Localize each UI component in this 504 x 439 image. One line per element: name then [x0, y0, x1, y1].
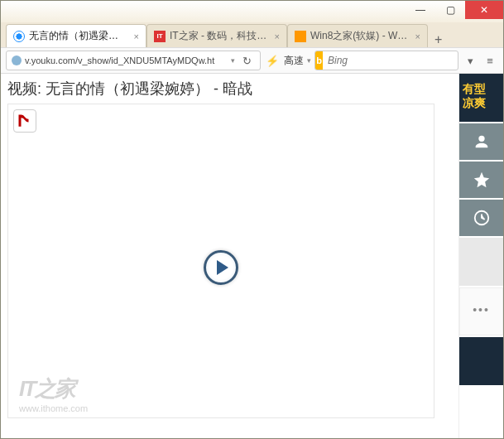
thumb-3[interactable]	[459, 337, 503, 385]
page-content: 视频: 无言的情（初遇梁婉婷） - 暗战 IT之家 www.ithome.com…	[1, 74, 503, 438]
maximize-button[interactable]: ▢	[435, 1, 465, 19]
speed-label: 高速	[284, 54, 304, 68]
close-window-button[interactable]: ✕	[465, 1, 503, 19]
close-tab-icon[interactable]: ×	[415, 31, 420, 41]
star-icon[interactable]	[459, 162, 503, 198]
tab-strip: 无言的情（初遇梁婉婷… × IT IT之家 - 数码，科技，… × Win8之家…	[1, 22, 503, 47]
refresh-icon[interactable]: ↻	[238, 55, 255, 67]
video-title: 视频: 无言的情（初遇梁婉婷） - 暗战	[7, 79, 452, 99]
tab-label: Win8之家(软媒) - Win…	[310, 29, 408, 43]
browser-window: — ▢ ✕ 无言的情（初遇梁婉婷… × IT IT之家 - 数码，科技，… × …	[0, 0, 504, 439]
tab-youku[interactable]: 无言的情（初遇梁婉婷… ×	[6, 24, 146, 47]
search-input[interactable]	[323, 55, 458, 66]
globe-icon	[12, 55, 22, 65]
url-dropdown-icon[interactable]: ▾	[231, 56, 235, 65]
youku-favicon-icon	[13, 31, 25, 42]
ithome-favicon-icon: IT	[154, 31, 166, 42]
flash-icon	[13, 109, 36, 133]
search-box[interactable]: b	[314, 51, 458, 70]
watermark-url: www.ithome.com	[19, 403, 88, 413]
toolbar-dropdown-icon[interactable]: ▾	[462, 55, 478, 67]
tab-label: 无言的情（初遇梁婉婷…	[29, 29, 127, 43]
speed-dropdown-icon[interactable]: ▾	[307, 56, 311, 65]
minimize-button[interactable]: —	[406, 1, 435, 19]
tab-label: IT之家 - 数码，科技，…	[170, 29, 267, 43]
play-button-icon[interactable]	[204, 250, 238, 285]
thumb-2[interactable]: •••	[459, 287, 503, 335]
window-titlebar: — ▢ ✕	[1, 1, 503, 22]
video-player[interactable]	[7, 104, 434, 418]
new-tab-button[interactable]: +	[428, 32, 449, 47]
address-bar: v.youku.com/v_show/id_XNDU5MTAyMDQw.ht ▾…	[1, 47, 503, 74]
main-area: 视频: 无言的情（初遇梁婉婷） - 暗战 IT之家 www.ithome.com	[1, 74, 458, 438]
more-icon: •••	[460, 288, 502, 316]
user-icon[interactable]	[459, 123, 503, 160]
tab-ithome[interactable]: IT IT之家 - 数码，科技，… ×	[146, 24, 287, 47]
watermark: IT之家 www.ithome.com	[19, 374, 88, 413]
right-sidebar: 有型 凉爽 •••	[458, 74, 503, 438]
url-text: v.youku.com/v_show/id_XNDU5MTAyMDQw.ht	[25, 55, 228, 65]
watermark-logo: IT之家	[19, 374, 88, 403]
thumb-1[interactable]	[459, 238, 503, 286]
clock-icon[interactable]	[459, 200, 503, 236]
speed-icon[interactable]: ⚡	[264, 55, 281, 67]
toolbar-menu-icon[interactable]: ≡	[482, 55, 498, 67]
close-tab-icon[interactable]: ×	[275, 31, 280, 41]
win8-favicon-icon	[295, 31, 306, 42]
url-box[interactable]: v.youku.com/v_show/id_XNDU5MTAyMDQw.ht ▾…	[6, 51, 261, 70]
close-tab-icon[interactable]: ×	[134, 31, 139, 41]
tab-win8[interactable]: Win8之家(软媒) - Win… ×	[287, 24, 428, 47]
promo-thumb[interactable]: 有型 凉爽	[459, 74, 503, 122]
bing-icon: b	[315, 51, 323, 70]
